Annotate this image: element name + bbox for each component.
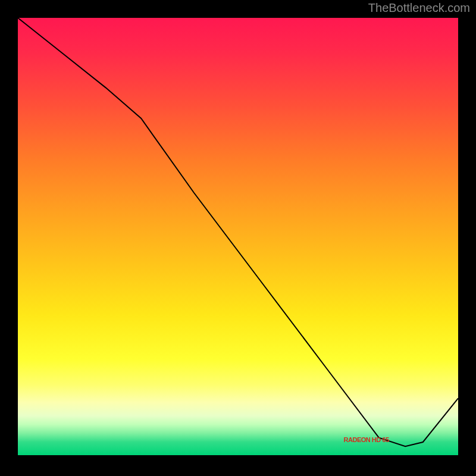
watermark-text: TheBottleneck.com xyxy=(368,1,470,15)
chart-line-series xyxy=(18,18,458,446)
chart-plot-area: RADEON HD 65 xyxy=(18,18,458,455)
chart-overlay-svg: RADEON HD 65 xyxy=(18,18,458,455)
chart-annotation-radeon: RADEON HD 65 xyxy=(344,436,389,443)
